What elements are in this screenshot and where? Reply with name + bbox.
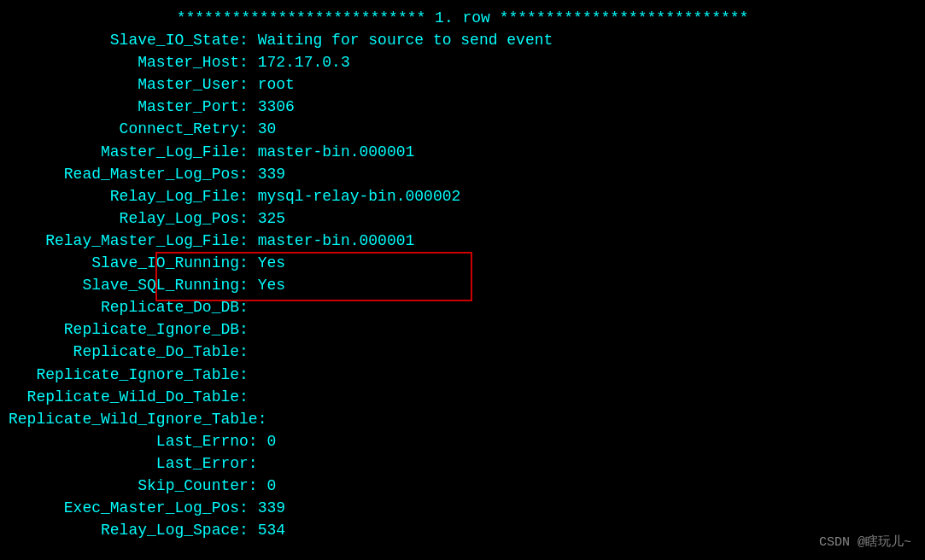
line-key: Replicate_Wild_Ignore_Table:: [9, 411, 266, 428]
line-value: Yes: [249, 254, 285, 271]
line-value: 325: [249, 210, 285, 227]
line-value: 0: [258, 477, 277, 494]
line-key: Replicate_Ignore_DB:: [9, 321, 249, 338]
terminal-line: Master_Host: 172.17.0.3: [9, 51, 916, 73]
terminal-line: Master_Log_File: master-bin.000001: [9, 141, 916, 163]
line-value: master-bin.000001: [249, 232, 414, 249]
line-key: Replicate_Wild_Do_Table:: [9, 388, 249, 405]
line-value: 172.17.0.3: [249, 54, 350, 71]
terminal-line: Replicate_Wild_Ignore_Table:: [9, 408, 916, 430]
line-key: Replicate_Do_DB:: [9, 299, 249, 316]
line-key: Master_User:: [9, 76, 249, 93]
terminal-line: Master_User: root: [9, 73, 916, 96]
terminal-line: Master_Port: 3306: [9, 96, 916, 118]
line-key: Read_Master_Log_Pos:: [9, 166, 249, 183]
line-key: Relay_Log_Pos:: [9, 210, 249, 227]
line-key: Slave_IO_State:: [9, 32, 249, 49]
line-value: 339: [249, 166, 285, 183]
line-value: 0: [258, 433, 277, 450]
line-value: 534: [249, 522, 285, 539]
terminal-line: Relay_Log_Pos: 325: [9, 207, 916, 230]
terminal-line: Read_Master_Log_Pos: 339: [9, 163, 916, 185]
line-key: Relay_Master_Log_File:: [9, 232, 249, 249]
terminal-line: Replicate_Do_DB:: [9, 296, 916, 318]
line-value: Waiting for source to send event: [249, 32, 553, 49]
line-key: Master_Port:: [9, 98, 249, 115]
line-value: 30: [249, 120, 276, 137]
line-key: Relay_Log_Space:: [9, 522, 249, 539]
line-key: Replicate_Do_Table:: [9, 343, 249, 360]
terminal-line: Relay_Master_Log_File: master-bin.000001: [9, 230, 916, 252]
line-key: Relay_Log_File:: [9, 188, 249, 205]
watermark: CSDN @瞎玩儿~: [819, 534, 911, 550]
terminal-line: Slave_SQL_Running: Yes: [9, 274, 916, 296]
line-key: Skip_Counter:: [9, 477, 258, 494]
line-key: Last_Errno:: [9, 433, 258, 450]
line-key: Connect_Retry:: [9, 120, 249, 137]
terminal-line: Replicate_Wild_Do_Table:: [9, 386, 916, 408]
terminal-line: Last_Errno: 0: [9, 430, 916, 452]
line-key: Master_Host:: [9, 54, 249, 71]
line-key: Last_Error:: [9, 455, 258, 472]
line-key: Exec_Master_Log_Pos:: [9, 499, 249, 516]
line-value: root: [249, 76, 295, 93]
terminal-line: Replicate_Ignore_Table:: [9, 364, 916, 386]
terminal-line: Connect_Retry: 30: [9, 118, 916, 140]
terminal-line: Relay_Log_Space: 534: [9, 519, 916, 541]
line-key: Slave_IO_Running:: [9, 254, 249, 271]
terminal-window: *************************** 1. row *****…: [0, 0, 925, 560]
terminal-line: Slave_IO_State: Waiting for source to se…: [9, 29, 916, 51]
terminal-line: *************************** 1. row *****…: [9, 7, 916, 29]
terminal-line: Exec_Master_Log_Pos: 339: [9, 497, 916, 519]
terminal-line: Replicate_Ignore_DB:: [9, 318, 916, 341]
line-key: Master_Log_File:: [9, 143, 249, 160]
line-value: mysql-relay-bin.000002: [249, 188, 460, 205]
terminal-line: Skip_Counter: 0: [9, 475, 916, 497]
terminal-line: Slave_IO_Running: Yes: [9, 252, 916, 274]
terminal-line: Relay_Log_File: mysql-relay-bin.000002: [9, 185, 916, 207]
line-key: Slave_SQL_Running:: [9, 277, 249, 294]
terminal-line: Last_Error:: [9, 452, 916, 475]
line-value: 3306: [249, 98, 295, 115]
line-value: Yes: [249, 277, 285, 294]
line-value: master-bin.000001: [249, 143, 414, 160]
line-value: 339: [249, 499, 285, 516]
terminal-line: Replicate_Do_Table:: [9, 341, 916, 363]
line-key: Replicate_Ignore_Table:: [9, 366, 249, 383]
